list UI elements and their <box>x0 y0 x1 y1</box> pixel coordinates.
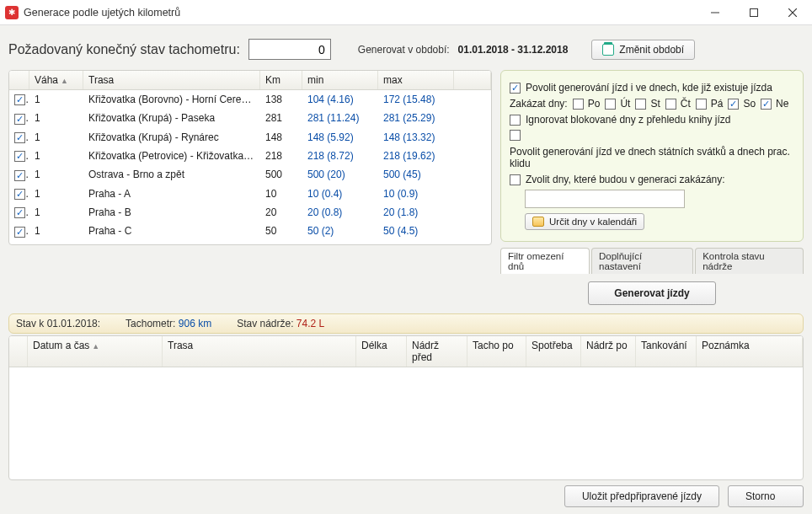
cancel-label: Storno <box>745 490 775 502</box>
results-header: Datum a čas▲ Trasa Délka Nádrž před Tach… <box>9 336 803 367</box>
options-tabs: Filtr omezení dnů Doplňující nastavení K… <box>500 247 804 273</box>
window-title: Generace podle ujetých kilometrů <box>24 7 180 19</box>
day-Čt-checkbox[interactable] <box>665 99 676 110</box>
sort-asc-icon: ▲ <box>61 77 68 85</box>
col-consumption[interactable]: Spotřeba <box>526 336 581 367</box>
cell-max: 100 (9) <box>378 241 454 245</box>
cell-trasa: Ostrava - Brno a zpět <box>83 165 260 184</box>
table-row[interactable]: 1Praha - A1010 (0.4)10 (0.9) <box>9 185 491 203</box>
cell-max: 10 (0.9) <box>378 185 454 203</box>
cell-trasa: Praha - C <box>83 222 260 240</box>
cell-max: 281 (25.29) <box>378 109 454 127</box>
cell-km: 138 <box>260 90 302 109</box>
cell-min: 50 (2) <box>302 222 378 240</box>
forbidden-days-input[interactable] <box>525 190 685 208</box>
col-length[interactable]: Délka <box>356 336 407 367</box>
cell-max: 20 (1.8) <box>378 203 454 222</box>
table-row[interactable]: 1Křižovatka (Borovno) - Horní Cerekev138… <box>9 90 491 109</box>
cell-trasa: Praha - B <box>83 203 260 222</box>
cell-km: 10 <box>260 185 302 203</box>
cell-vaha: 1 <box>29 222 83 240</box>
cell-min: 20 (0.8) <box>302 203 378 222</box>
col-datetime[interactable]: Datum a čas▲ <box>28 336 163 367</box>
table-row[interactable]: 1Praha - B2020 (0.8)20 (1.8) <box>9 203 491 222</box>
tab-additional-settings[interactable]: Doplňující nastavení <box>591 248 693 274</box>
table-row[interactable]: 1Ostrava - Brno a zpět500500 (20)500 (45… <box>9 165 491 184</box>
col-min[interactable]: min <box>302 71 378 89</box>
status-tacho-value: 906 km <box>179 318 211 329</box>
table-row[interactable]: 1Křižovatka (Krupá) - Rynárec148148 (5.9… <box>9 128 491 147</box>
day-Ne-checkbox[interactable] <box>761 99 772 110</box>
cell-km: 20 <box>260 203 302 222</box>
row-checkbox[interactable] <box>14 170 25 181</box>
day-St-checkbox[interactable] <box>635 99 646 110</box>
col-refuel[interactable]: Tankování <box>636 336 697 367</box>
col-note[interactable]: Poznámka <box>697 336 803 367</box>
pick-days-button[interactable]: Určit dny v kalendáři <box>525 213 644 230</box>
col-tank-before[interactable]: Nádrž před <box>407 336 467 367</box>
row-checkbox[interactable] <box>14 114 25 125</box>
col-vaha[interactable]: Váha▲ <box>29 71 83 89</box>
cell-trasa: Křižovatka (Borovno) - Horní Cerekev <box>83 90 260 109</box>
tab-tank-check[interactable]: Kontrola stavu nádrže <box>695 248 804 274</box>
day-St-label: St <box>650 98 660 110</box>
row-checkbox[interactable] <box>14 227 25 238</box>
col-tacho-after[interactable]: Tacho po <box>467 336 526 367</box>
day-Pá-label: Pá <box>711 98 724 110</box>
table-row[interactable]: 1Křižovatka (Petrovice) - Křižovatka (…2… <box>9 147 491 165</box>
routes-header: Váha▲ Trasa Km min max <box>9 71 491 90</box>
col-route[interactable]: Trasa <box>163 336 356 367</box>
day-Pá-checkbox[interactable] <box>696 99 707 110</box>
choose-forbidden-checkbox[interactable] <box>510 174 521 185</box>
choose-forbidden-label: Zvolit dny, které budou v generaci zakáz… <box>526 174 725 185</box>
status-date: Stav k 01.01.2018: <box>16 318 100 329</box>
svg-rect-0 <box>751 8 758 16</box>
minimize-button[interactable] <box>696 0 735 25</box>
allow-existing-checkbox[interactable] <box>510 83 521 94</box>
cell-max: 500 (45) <box>378 165 454 184</box>
allow-holidays-checkbox[interactable] <box>510 130 521 141</box>
row-checkbox[interactable] <box>14 207 25 218</box>
cell-min: 281 (11.24) <box>302 109 378 127</box>
table-row[interactable]: 1Praha - C5050 (2)50 (4.5) <box>9 222 491 240</box>
day-Po-label: Po <box>588 98 601 110</box>
day-So-checkbox[interactable] <box>728 99 739 110</box>
row-checkbox[interactable] <box>14 94 25 105</box>
day-Po-checkbox[interactable] <box>573 99 584 110</box>
tachometer-input[interactable] <box>248 39 331 60</box>
maximize-button[interactable] <box>735 0 773 25</box>
cell-trasa: Praha - D <box>83 241 260 245</box>
row-checkbox[interactable] <box>14 151 25 162</box>
ignore-blocked-label: Ignorovat blokované dny z přehledu knihy… <box>526 114 731 126</box>
col-max[interactable]: max <box>378 71 454 89</box>
ignore-blocked-checkbox[interactable] <box>510 115 521 126</box>
close-button[interactable] <box>773 0 812 25</box>
cell-vaha: 1 <box>29 128 83 147</box>
save-prepared-button[interactable]: Uložit předpřipravené jízdy <box>564 485 719 507</box>
day-Út-checkbox[interactable] <box>605 99 616 110</box>
tab-filter-days[interactable]: Filtr omezení dnů <box>500 248 590 274</box>
day-Út-label: Út <box>620 98 630 110</box>
table-row[interactable]: 1Praha - D100100 (4)100 (9) <box>9 241 491 245</box>
generate-button[interactable]: Generovat jízdy <box>588 281 715 305</box>
cell-min: 10 (0.4) <box>302 185 378 203</box>
col-tank-after[interactable]: Nádrž po <box>581 336 636 367</box>
cell-max: 148 (13.32) <box>378 128 454 147</box>
cell-vaha: 1 <box>29 165 83 184</box>
col-km[interactable]: Km <box>260 71 302 89</box>
col-trasa[interactable]: Trasa <box>83 71 260 89</box>
row-checkbox[interactable] <box>14 132 25 143</box>
cancel-button[interactable]: Storno <box>728 485 804 507</box>
status-tacho-label: Tachometr: <box>126 318 175 329</box>
table-row[interactable]: 1Křižovatka (Krupá) - Paseka281281 (11.2… <box>9 109 491 127</box>
routes-table[interactable]: Váha▲ Trasa Km min max 1Křižovatka (Boro… <box>8 70 492 245</box>
period-label: Generovat v období: <box>358 44 450 56</box>
cell-vaha: 1 <box>29 185 83 203</box>
sort-asc-icon: ▲ <box>92 342 99 351</box>
change-period-button[interactable]: Změnit období <box>591 40 695 60</box>
results-table[interactable]: Datum a čas▲ Trasa Délka Nádrž před Tach… <box>8 335 804 480</box>
status-tank-label: Stav nádrže: <box>237 318 293 329</box>
row-checkbox[interactable] <box>14 189 25 200</box>
cell-km: 281 <box>260 109 302 127</box>
cell-max: 50 (4.5) <box>378 222 454 240</box>
